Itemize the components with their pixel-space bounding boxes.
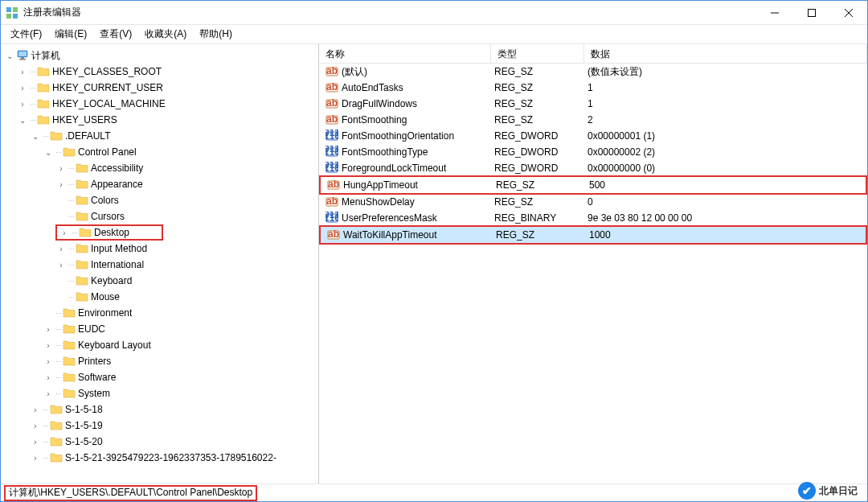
reg-string-icon <box>326 195 338 208</box>
value-row[interactable]: FontSmoothingTypeREG_DWORD0x00000002 (2) <box>319 144 867 160</box>
minimize-button[interactable] <box>756 1 793 24</box>
tree-printers[interactable]: ›⋯Printers <box>1 353 318 369</box>
tree-accessibility[interactable]: ›⋯Accessibility <box>1 160 318 176</box>
tree-s-1-5-19-label: S-1-5-19 <box>65 420 103 431</box>
expand-icon[interactable]: › <box>30 405 41 414</box>
value-data-cell: 0 <box>584 196 867 208</box>
tree-line: ⋯ <box>28 84 36 92</box>
folder-icon <box>63 146 76 158</box>
value-row[interactable]: DragFullWindowsREG_SZ1 <box>319 96 867 112</box>
tree-environment[interactable]: ⋯Environment <box>1 305 318 321</box>
menu-favorites[interactable]: 收藏夹(A) <box>138 25 193 43</box>
expand-icon[interactable]: › <box>43 325 54 334</box>
value-data-cell: 9e 3e 03 80 12 00 00 00 <box>584 212 867 224</box>
tree-default[interactable]: ⌄⋯.DEFAULT <box>1 128 318 144</box>
tree-desktop-label: Desktop <box>94 227 129 238</box>
tree-line: ⋯ <box>67 213 75 220</box>
expand-icon[interactable]: › <box>17 84 28 93</box>
value-row[interactable]: FontSmoothingOrientationREG_DWORD0x00000… <box>319 128 867 144</box>
tree-s-1-5-19[interactable]: ›⋯S-1-5-19 <box>1 418 318 434</box>
tree-hku[interactable]: ⌄⋯HKEY_USERS <box>1 112 318 128</box>
tree-colors-label: Colors <box>91 195 119 206</box>
tree-input-method[interactable]: ›⋯Input Method <box>1 241 318 257</box>
highlighted-row: WaitToKillAppTimeoutREG_SZ1000 <box>319 225 867 245</box>
expand-icon[interactable]: › <box>55 180 67 189</box>
expand-icon[interactable]: › <box>59 228 70 237</box>
tree-root-computer[interactable]: ⌄计算机 <box>1 47 318 64</box>
tree-printers-label: Printers <box>78 356 111 367</box>
tree-s-1-5-21[interactable]: ›⋯S-1-5-21-3925479223-1962337353-1789516… <box>1 450 318 466</box>
value-row[interactable]: ForegroundLockTimeoutREG_DWORD0x00000000… <box>319 160 867 176</box>
tree-s-1-5-20[interactable]: ›⋯S-1-5-20 <box>1 434 318 450</box>
expand-icon[interactable]: › <box>17 100 28 109</box>
watermark-icon: ✔ <box>798 482 816 500</box>
value-row[interactable]: WaitToKillAppTimeoutREG_SZ1000 <box>321 227 866 243</box>
tree-hkcr[interactable]: ›⋯HKEY_CLASSES_ROOT <box>1 64 318 80</box>
tree-mouse[interactable]: ⋯Mouse <box>1 289 318 305</box>
value-name-cell: DragFullWindows <box>322 97 491 110</box>
col-header-data[interactable]: 数据 <box>584 44 867 63</box>
tree-international[interactable]: ›⋯International <box>1 257 318 273</box>
tree-input-method-label: Input Method <box>91 243 147 254</box>
tree-software[interactable]: ›⋯Software <box>1 369 318 385</box>
tree-colors[interactable]: ⋯Colors <box>1 192 318 208</box>
expand-icon[interactable]: › <box>43 341 54 350</box>
collapse-icon[interactable]: ⌄ <box>17 116 28 125</box>
value-row[interactable]: FontSmoothingREG_SZ2 <box>319 112 867 128</box>
tree-desktop[interactable]: ›⋯Desktop <box>1 224 318 241</box>
values-list[interactable]: (默认)REG_SZ(数值未设置)AutoEndTasksREG_SZ1Drag… <box>319 64 867 483</box>
value-type-cell: REG_SZ <box>491 66 584 77</box>
value-name-cell: WaitToKillAppTimeout <box>324 228 493 241</box>
expand-icon[interactable]: › <box>55 164 67 173</box>
tree-pane[interactable]: ⌄计算机›⋯HKEY_CLASSES_ROOT›⋯HKEY_CURRENT_US… <box>1 44 319 483</box>
app-icon <box>6 6 18 19</box>
expand-icon[interactable]: › <box>30 438 41 446</box>
collapse-icon[interactable]: ⌄ <box>30 132 41 141</box>
tree-accessibility-label: Accessibility <box>91 163 143 174</box>
tree-appearance[interactable]: ›⋯Appearance <box>1 176 318 192</box>
tree-s-1-5-18[interactable]: ›⋯S-1-5-18 <box>1 401 318 418</box>
col-header-name[interactable]: 名称 <box>319 44 491 63</box>
tree-hklm[interactable]: ›⋯HKEY_LOCAL_MACHINE <box>1 96 318 112</box>
expand-icon[interactable]: › <box>30 454 41 463</box>
expand-icon[interactable]: › <box>43 357 54 366</box>
expand-icon[interactable]: › <box>17 68 28 76</box>
folder-icon <box>76 162 88 175</box>
reg-binary-icon <box>326 146 338 158</box>
menu-view[interactable]: 查看(V) <box>93 25 138 43</box>
tree-hkcu[interactable]: ›⋯HKEY_CURRENT_USER <box>1 80 318 96</box>
close-button[interactable] <box>830 1 867 24</box>
expand-icon[interactable]: › <box>43 373 54 382</box>
tree-cursors[interactable]: ⋯Cursors <box>1 208 318 224</box>
reg-string-icon <box>326 97 338 110</box>
expand-icon[interactable]: › <box>55 261 67 270</box>
tree-line: ⋯ <box>54 149 62 156</box>
menu-help[interactable]: 帮助(H) <box>193 25 239 43</box>
tree-control-panel[interactable]: ⌄⋯Control Panel <box>1 144 318 160</box>
values-pane: 名称 类型 数据 (默认)REG_SZ(数值未设置)AutoEndTasksRE… <box>319 44 867 483</box>
value-name-cell: FontSmoothingOrientation <box>322 130 491 142</box>
tree-eudc[interactable]: ›⋯EUDC <box>1 321 318 337</box>
value-row[interactable]: MenuShowDelayREG_SZ0 <box>319 194 867 210</box>
folder-icon <box>63 339 76 352</box>
value-row[interactable]: (默认)REG_SZ(数值未设置) <box>319 64 867 80</box>
tree-keyboard[interactable]: ⋯Keyboard <box>1 273 318 289</box>
value-row[interactable]: AutoEndTasksREG_SZ1 <box>319 80 867 96</box>
tree-system[interactable]: ›⋯System <box>1 385 318 401</box>
collapse-icon[interactable]: ⌄ <box>43 148 54 157</box>
collapse-icon[interactable]: ⌄ <box>4 51 15 60</box>
maximize-button[interactable] <box>793 1 830 24</box>
tree-keyboard-layout[interactable]: ›⋯Keyboard Layout <box>1 337 318 353</box>
reg-binary-icon <box>326 162 338 175</box>
value-row[interactable]: UserPreferencesMaskREG_BINARY9e 3e 03 80… <box>319 210 867 226</box>
expand-icon[interactable]: › <box>43 389 54 398</box>
value-row[interactable]: HungAppTimeoutREG_SZ500 <box>321 177 866 193</box>
menu-edit[interactable]: 编辑(E) <box>48 25 93 43</box>
expand-icon[interactable]: › <box>30 422 41 430</box>
value-name-cell: AutoEndTasks <box>322 81 491 94</box>
tree-line: ⋯ <box>54 374 62 381</box>
expand-icon[interactable]: › <box>55 245 67 253</box>
tree-appearance-label: Appearance <box>91 179 143 190</box>
menu-file[interactable]: 文件(F) <box>4 25 48 43</box>
col-header-type[interactable]: 类型 <box>491 44 584 63</box>
